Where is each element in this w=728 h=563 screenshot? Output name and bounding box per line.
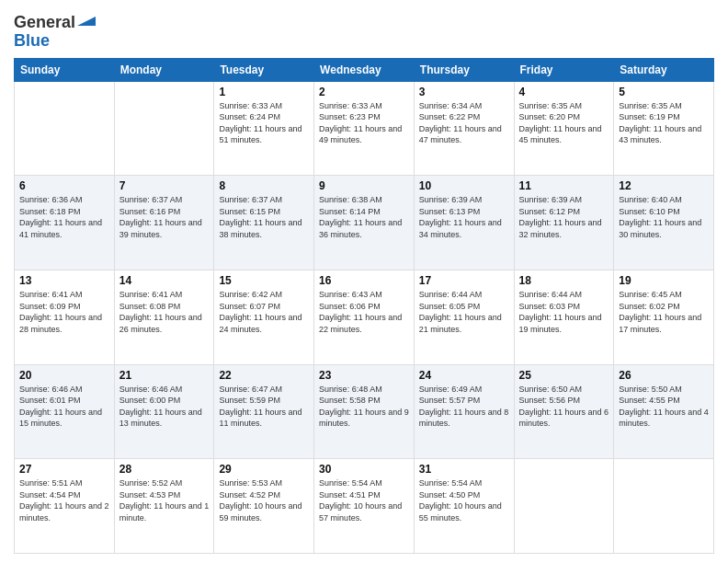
calendar-cell-week4-day2: 29Sunrise: 5:53 AMSunset: 4:52 PMDayligh… bbox=[214, 459, 314, 554]
day-number: 23 bbox=[319, 369, 409, 382]
day-info: Sunrise: 6:40 AMSunset: 6:10 PMDaylight:… bbox=[619, 194, 709, 240]
day-number: 4 bbox=[519, 86, 609, 98]
calendar-cell-week3-day1: 21Sunrise: 6:46 AMSunset: 6:00 PMDayligh… bbox=[114, 364, 214, 459]
calendar-cell-week4-day0: 27Sunrise: 5:51 AMSunset: 4:54 PMDayligh… bbox=[15, 459, 115, 554]
calendar-header-row: SundayMondayTuesdayWednesdayThursdayFrid… bbox=[15, 58, 714, 81]
calendar-cell-week4-day5 bbox=[514, 459, 614, 554]
calendar-cell-week3-day3: 23Sunrise: 6:48 AMSunset: 5:58 PMDayligh… bbox=[314, 364, 415, 459]
day-info: Sunrise: 6:33 AMSunset: 6:23 PMDaylight:… bbox=[319, 100, 409, 146]
calendar-cell-week2-day0: 13Sunrise: 6:41 AMSunset: 6:09 PMDayligh… bbox=[15, 270, 115, 364]
day-number: 2 bbox=[319, 86, 409, 98]
day-info: Sunrise: 6:38 AMSunset: 6:14 PMDaylight:… bbox=[319, 194, 409, 240]
weekday-header-thursday: Thursday bbox=[414, 58, 514, 81]
page: General Blue SundayMondayTuesdayWednesda… bbox=[0, 0, 728, 563]
day-info: Sunrise: 6:41 AMSunset: 6:08 PMDaylight:… bbox=[119, 289, 210, 335]
day-info: Sunrise: 6:44 AMSunset: 6:05 PMDaylight:… bbox=[419, 289, 509, 335]
logo: General Blue bbox=[14, 9, 96, 51]
calendar-cell-week2-day1: 14Sunrise: 6:41 AMSunset: 6:08 PMDayligh… bbox=[114, 270, 214, 364]
day-number: 28 bbox=[119, 463, 210, 476]
calendar-cell-week3-day2: 22Sunrise: 6:47 AMSunset: 5:59 PMDayligh… bbox=[214, 364, 314, 459]
calendar-cell-week1-day6: 12Sunrise: 6:40 AMSunset: 6:10 PMDayligh… bbox=[614, 176, 714, 270]
calendar-cell-week0-day5: 4Sunrise: 6:35 AMSunset: 6:20 PMDaylight… bbox=[514, 81, 614, 176]
day-number: 10 bbox=[419, 179, 509, 192]
day-number: 14 bbox=[119, 274, 210, 287]
day-info: Sunrise: 6:44 AMSunset: 6:03 PMDaylight:… bbox=[519, 289, 609, 335]
day-info: Sunrise: 5:52 AMSunset: 4:53 PMDaylight:… bbox=[119, 477, 210, 523]
day-info: Sunrise: 6:43 AMSunset: 6:06 PMDaylight:… bbox=[319, 289, 409, 335]
header: General Blue bbox=[14, 9, 714, 51]
calendar-cell-week0-day1 bbox=[114, 81, 214, 176]
day-info: Sunrise: 6:37 AMSunset: 6:15 PMDaylight:… bbox=[219, 194, 309, 240]
day-number: 6 bbox=[19, 179, 109, 192]
calendar-cell-week3-day6: 26Sunrise: 5:50 AMSunset: 4:55 PMDayligh… bbox=[614, 364, 714, 459]
calendar-cell-week3-day0: 20Sunrise: 6:46 AMSunset: 6:01 PMDayligh… bbox=[15, 364, 115, 459]
day-info: Sunrise: 6:49 AMSunset: 5:57 PMDaylight:… bbox=[419, 384, 509, 430]
calendar-cell-week0-day6: 5Sunrise: 6:35 AMSunset: 6:19 PMDaylight… bbox=[614, 81, 714, 176]
day-info: Sunrise: 5:54 AMSunset: 4:50 PMDaylight:… bbox=[419, 477, 509, 523]
calendar-cell-week1-day5: 11Sunrise: 6:39 AMSunset: 6:12 PMDayligh… bbox=[514, 176, 614, 270]
day-number: 3 bbox=[419, 86, 509, 98]
calendar-cell-week2-day6: 19Sunrise: 6:45 AMSunset: 6:02 PMDayligh… bbox=[614, 270, 714, 364]
day-info: Sunrise: 6:50 AMSunset: 5:56 PMDaylight:… bbox=[519, 384, 609, 430]
calendar-cell-week1-day2: 8Sunrise: 6:37 AMSunset: 6:15 PMDaylight… bbox=[214, 176, 314, 270]
day-info: Sunrise: 6:37 AMSunset: 6:16 PMDaylight:… bbox=[119, 194, 210, 240]
calendar-cell-week4-day3: 30Sunrise: 5:54 AMSunset: 4:51 PMDayligh… bbox=[314, 459, 415, 554]
calendar-cell-week3-day5: 25Sunrise: 6:50 AMSunset: 5:56 PMDayligh… bbox=[514, 364, 614, 459]
weekday-header-monday: Monday bbox=[114, 58, 214, 81]
day-number: 5 bbox=[619, 86, 709, 98]
day-info: Sunrise: 6:42 AMSunset: 6:07 PMDaylight:… bbox=[219, 289, 309, 335]
calendar-week-0: 1Sunrise: 6:33 AMSunset: 6:24 PMDaylight… bbox=[15, 81, 714, 176]
day-info: Sunrise: 6:47 AMSunset: 5:59 PMDaylight:… bbox=[219, 384, 309, 430]
calendar-cell-week0-day3: 2Sunrise: 6:33 AMSunset: 6:23 PMDaylight… bbox=[314, 81, 415, 176]
logo-content: General Blue bbox=[14, 9, 96, 51]
calendar-cell-week0-day4: 3Sunrise: 6:34 AMSunset: 6:22 PMDaylight… bbox=[414, 81, 514, 176]
day-number: 13 bbox=[19, 274, 109, 287]
day-info: Sunrise: 6:39 AMSunset: 6:13 PMDaylight:… bbox=[419, 194, 509, 240]
weekday-header-friday: Friday bbox=[514, 58, 614, 81]
day-info: Sunrise: 6:45 AMSunset: 6:02 PMDaylight:… bbox=[619, 289, 709, 335]
day-number: 20 bbox=[19, 369, 109, 382]
weekday-header-tuesday: Tuesday bbox=[214, 58, 314, 81]
svg-marker-0 bbox=[77, 17, 96, 26]
day-number: 8 bbox=[219, 179, 309, 192]
day-number: 11 bbox=[519, 179, 609, 192]
logo-general: General bbox=[14, 13, 75, 31]
day-number: 27 bbox=[19, 463, 109, 476]
calendar-cell-week1-day1: 7Sunrise: 6:37 AMSunset: 6:16 PMDaylight… bbox=[114, 176, 214, 270]
logo-blue: Blue bbox=[14, 31, 50, 50]
calendar-week-3: 20Sunrise: 6:46 AMSunset: 6:01 PMDayligh… bbox=[15, 364, 714, 459]
calendar-week-1: 6Sunrise: 6:36 AMSunset: 6:18 PMDaylight… bbox=[15, 176, 714, 270]
calendar-cell-week2-day3: 16Sunrise: 6:43 AMSunset: 6:06 PMDayligh… bbox=[314, 270, 415, 364]
day-number: 22 bbox=[219, 369, 309, 382]
day-number: 25 bbox=[519, 369, 609, 382]
day-number: 18 bbox=[519, 274, 609, 287]
calendar-cell-week1-day4: 10Sunrise: 6:39 AMSunset: 6:13 PMDayligh… bbox=[414, 176, 514, 270]
calendar-cell-week4-day6 bbox=[614, 459, 714, 554]
calendar-cell-week4-day4: 31Sunrise: 5:54 AMSunset: 4:50 PMDayligh… bbox=[414, 459, 514, 554]
weekday-header-wednesday: Wednesday bbox=[314, 58, 415, 81]
day-number: 16 bbox=[319, 274, 409, 287]
calendar-cell-week2-day4: 17Sunrise: 6:44 AMSunset: 6:05 PMDayligh… bbox=[414, 270, 514, 364]
day-number: 9 bbox=[319, 179, 409, 192]
calendar-cell-week4-day1: 28Sunrise: 5:52 AMSunset: 4:53 PMDayligh… bbox=[114, 459, 214, 554]
day-info: Sunrise: 6:33 AMSunset: 6:24 PMDaylight:… bbox=[219, 100, 309, 146]
day-number: 1 bbox=[219, 86, 309, 98]
calendar-cell-week1-day0: 6Sunrise: 6:36 AMSunset: 6:18 PMDaylight… bbox=[15, 176, 115, 270]
day-number: 17 bbox=[419, 274, 509, 287]
day-number: 7 bbox=[119, 179, 210, 192]
calendar-week-4: 27Sunrise: 5:51 AMSunset: 4:54 PMDayligh… bbox=[15, 459, 714, 554]
day-info: Sunrise: 6:35 AMSunset: 6:20 PMDaylight:… bbox=[519, 100, 609, 146]
day-info: Sunrise: 6:34 AMSunset: 6:22 PMDaylight:… bbox=[419, 100, 509, 146]
day-info: Sunrise: 6:48 AMSunset: 5:58 PMDaylight:… bbox=[319, 384, 409, 430]
day-number: 15 bbox=[219, 274, 309, 287]
logo-text: General Blue bbox=[14, 9, 96, 51]
logo-triangle-icon bbox=[77, 7, 96, 26]
calendar-cell-week2-day2: 15Sunrise: 6:42 AMSunset: 6:07 PMDayligh… bbox=[214, 270, 314, 364]
weekday-header-sunday: Sunday bbox=[15, 58, 115, 81]
calendar-cell-week3-day4: 24Sunrise: 6:49 AMSunset: 5:57 PMDayligh… bbox=[414, 364, 514, 459]
day-number: 21 bbox=[119, 369, 210, 382]
calendar-week-2: 13Sunrise: 6:41 AMSunset: 6:09 PMDayligh… bbox=[15, 270, 714, 364]
day-number: 24 bbox=[419, 369, 509, 382]
day-info: Sunrise: 5:54 AMSunset: 4:51 PMDaylight:… bbox=[319, 477, 409, 523]
day-info: Sunrise: 5:53 AMSunset: 4:52 PMDaylight:… bbox=[219, 477, 309, 523]
